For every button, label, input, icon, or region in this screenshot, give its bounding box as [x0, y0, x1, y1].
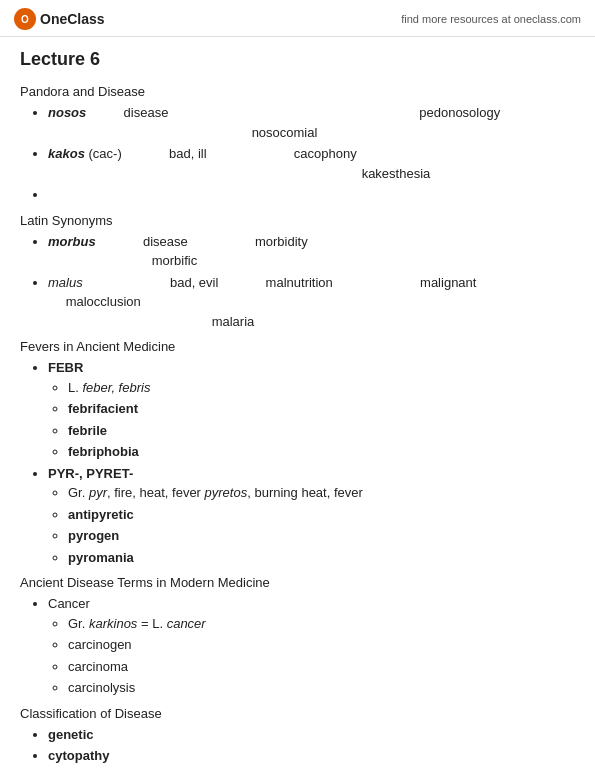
section-fevers: Fevers in Ancient Medicine: [20, 339, 575, 354]
section-classification: Classification of Disease: [20, 706, 575, 721]
cancer-item4: carcinolysis: [68, 680, 135, 695]
term-nosos: nosos: [48, 105, 86, 120]
term-malus: malus: [48, 275, 83, 290]
malus-related2: malignant: [420, 275, 476, 290]
latin-list: morbus disease morbidity morbific malus …: [48, 232, 575, 332]
list-item: antipyretic: [68, 505, 575, 525]
pyr-item4: pyromania: [68, 550, 134, 565]
list-item: genetic: [48, 725, 575, 745]
list-item: carcinogen: [68, 635, 575, 655]
list-item-cancer: Cancer Gr. karkinos = L. cancer carcinog…: [48, 594, 575, 698]
pandora-list: nosos disease pedonosology nosocomial ka…: [48, 103, 575, 205]
list-item: morbus disease morbidity morbific: [48, 232, 575, 271]
term-cancer: Cancer: [48, 596, 90, 611]
page-header: O OneClass find more resources at onecla…: [0, 0, 595, 37]
logo-area: O OneClass: [14, 8, 105, 30]
list-item: febriphobia: [68, 442, 575, 462]
list-item: cytopathy: [48, 746, 575, 766]
cancer-item2: carcinogen: [68, 637, 132, 652]
morbus-related2: morbific: [152, 253, 198, 268]
term-febr: FEBR: [48, 360, 83, 375]
nosos-def: disease: [124, 105, 169, 120]
header-tagline: find more resources at oneclass.com: [401, 13, 581, 25]
class-item2: cytopathy: [48, 748, 109, 763]
list-item: pyrogen: [68, 526, 575, 546]
logo-icon: O: [14, 8, 36, 30]
list-item: febrile: [68, 421, 575, 441]
logo-text: OneClass: [40, 11, 105, 27]
febr-sublist: L. feber, febris febrifacient febrile fe…: [68, 378, 575, 462]
list-item: febrifacient: [68, 399, 575, 419]
main-content: Lecture 6 Pandora and Disease nosos dise…: [0, 37, 595, 770]
ancient-list: Cancer Gr. karkinos = L. cancer carcinog…: [48, 594, 575, 698]
list-item: carcinoma: [68, 657, 575, 677]
list-item: kakos (cac-) bad, ill cacophony kakesthe…: [48, 144, 575, 183]
kakos-related1: cacophony: [294, 146, 357, 161]
nosos-related2: nosocomial: [252, 125, 318, 140]
list-item-pyr: PYR-, PYRET- Gr. pyr, fire, heat, fever …: [48, 464, 575, 568]
morbus-def: disease: [143, 234, 188, 249]
list-item: Gr. pyr, fire, heat, fever pyretos, burn…: [68, 483, 575, 503]
list-item: [48, 185, 575, 205]
cancer-item1: Gr. karkinos = L. cancer: [68, 616, 206, 631]
term-morbus: morbus: [48, 234, 96, 249]
fevers-list: FEBR L. feber, febris febrifacient febri…: [48, 358, 575, 567]
febr-item1: L. feber, febris: [68, 380, 150, 395]
febr-item2: febrifacient: [68, 401, 138, 416]
classification-list: genetic cytopathy organopathy systemic: [48, 725, 575, 771]
pyr-item1: Gr. pyr, fire, heat, fever pyretos, burn…: [68, 485, 363, 500]
malus-related1: malnutrition: [266, 275, 333, 290]
list-item: pyromania: [68, 548, 575, 568]
list-item-febr: FEBR L. feber, febris febrifacient febri…: [48, 358, 575, 462]
list-item: nosos disease pedonosology nosocomial: [48, 103, 575, 142]
cancer-sublist: Gr. karkinos = L. cancer carcinogen carc…: [68, 614, 575, 698]
kakos-related2: kakesthesia: [362, 166, 431, 181]
cancer-item3: carcinoma: [68, 659, 128, 674]
section-pandora: Pandora and Disease: [20, 84, 575, 99]
febr-item3: febrile: [68, 423, 107, 438]
febr-item4: febriphobia: [68, 444, 139, 459]
morbus-related1: morbidity: [255, 234, 308, 249]
pyr-sublist: Gr. pyr, fire, heat, fever pyretos, burn…: [68, 483, 575, 567]
pyr-item3: pyrogen: [68, 528, 119, 543]
malus-related3: malocclusion: [66, 294, 141, 309]
kakos-def: bad, ill: [169, 146, 207, 161]
term-pyr: PYR-, PYRET-: [48, 466, 133, 481]
section-latin: Latin Synonyms: [20, 213, 575, 228]
list-item: carcinolysis: [68, 678, 575, 698]
class-item1: genetic: [48, 727, 94, 742]
page-title: Lecture 6: [20, 49, 575, 70]
malus-related4: malaria: [212, 314, 255, 329]
list-item: Gr. karkinos = L. cancer: [68, 614, 575, 634]
pyr-item2: antipyretic: [68, 507, 134, 522]
term-kakos: kakos (cac-): [48, 146, 122, 161]
nosos-related1: pedonosology: [419, 105, 500, 120]
list-item: malus bad, evil malnutrition malignant m…: [48, 273, 575, 332]
list-item: L. feber, febris: [68, 378, 575, 398]
malus-def: bad, evil: [170, 275, 218, 290]
section-ancient: Ancient Disease Terms in Modern Medicine: [20, 575, 575, 590]
